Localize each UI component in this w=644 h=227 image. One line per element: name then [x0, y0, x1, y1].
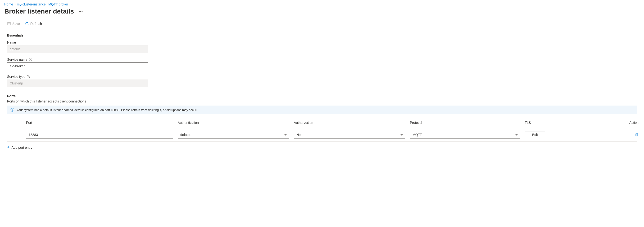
info-banner: Your system has a default listener named… [7, 106, 637, 114]
svg-point-4 [12, 109, 12, 109]
add-port-label: Add port entry [12, 146, 32, 149]
info-icon[interactable]: i [29, 58, 32, 61]
add-port-button[interactable]: + Add port entry [7, 142, 637, 153]
save-icon [7, 22, 11, 26]
column-action: Action [622, 121, 643, 125]
plus-icon: + [7, 145, 10, 150]
tls-edit-button[interactable]: Edit [525, 131, 545, 138]
page-title: Broker listener details [4, 8, 74, 15]
more-icon[interactable]: ••• [79, 10, 83, 13]
service-name-label: Service name [7, 58, 28, 61]
table-row: Edit [7, 128, 637, 142]
column-port: Port [26, 121, 178, 125]
ports-table-header: Port Authentication Authorization Protoc… [7, 116, 637, 128]
svg-rect-5 [12, 110, 12, 111]
name-field [7, 45, 148, 53]
save-button[interactable]: Save [7, 22, 20, 26]
refresh-label: Refresh [30, 22, 42, 26]
service-type-label: Service type [7, 75, 25, 79]
svg-rect-2 [8, 24, 10, 25]
protocol-select[interactable] [410, 131, 520, 138]
info-banner-text: Your system has a default listener named… [16, 108, 197, 112]
port-input[interactable] [26, 131, 173, 138]
info-icon[interactable]: i [27, 75, 30, 78]
column-tls: TLS [525, 121, 622, 125]
delete-icon[interactable] [635, 133, 638, 137]
breadcrumb-home[interactable]: Home [4, 2, 13, 6]
info-icon [10, 108, 14, 112]
ports-table: Port Authentication Authorization Protoc… [7, 116, 637, 142]
service-name-label-row: Service name i [7, 58, 637, 61]
svg-rect-1 [8, 22, 10, 23]
breadcrumb-instance[interactable]: my-cluster-instance | MQTT broker [17, 2, 68, 6]
refresh-icon [25, 22, 29, 26]
save-label: Save [12, 22, 20, 26]
column-authorization: Authorization [294, 121, 410, 125]
service-type-label-row: Service type i [7, 75, 637, 79]
ports-description: Ports on which this listener accepts cli… [7, 99, 637, 103]
page-header: Broker listener details ••• [0, 8, 644, 20]
service-name-field[interactable] [7, 62, 148, 70]
refresh-button[interactable]: Refresh [25, 22, 42, 26]
ports-heading: Ports [7, 94, 637, 98]
authentication-select[interactable] [178, 131, 289, 138]
essentials-heading: Essentials [7, 34, 637, 37]
chevron-right-icon: › [70, 3, 70, 6]
column-authentication: Authentication [178, 121, 294, 125]
chevron-right-icon: › [14, 3, 16, 6]
name-label: Name [7, 41, 637, 44]
authorization-select[interactable] [294, 131, 405, 138]
breadcrumb: Home › my-cluster-instance | MQTT broker… [0, 0, 644, 8]
toolbar: Save Refresh [0, 20, 644, 28]
column-protocol: Protocol [410, 121, 525, 125]
service-type-field [7, 79, 148, 87]
